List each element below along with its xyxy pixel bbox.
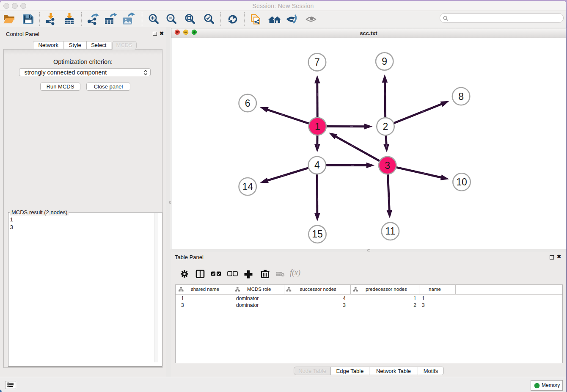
svg-text:10: 10 bbox=[456, 177, 467, 188]
svg-text:3: 3 bbox=[385, 160, 390, 171]
svg-text:2: 2 bbox=[383, 121, 388, 132]
svg-text:1: 1 bbox=[315, 121, 320, 132]
svg-text:15: 15 bbox=[312, 229, 323, 240]
svg-text:11: 11 bbox=[385, 226, 395, 237]
svg-text:7: 7 bbox=[314, 57, 320, 68]
svg-text:8: 8 bbox=[458, 91, 464, 102]
svg-text:9: 9 bbox=[382, 56, 387, 67]
svg-text:14: 14 bbox=[242, 181, 253, 192]
svg-text:4: 4 bbox=[314, 160, 320, 171]
svg-text:6: 6 bbox=[245, 98, 250, 109]
